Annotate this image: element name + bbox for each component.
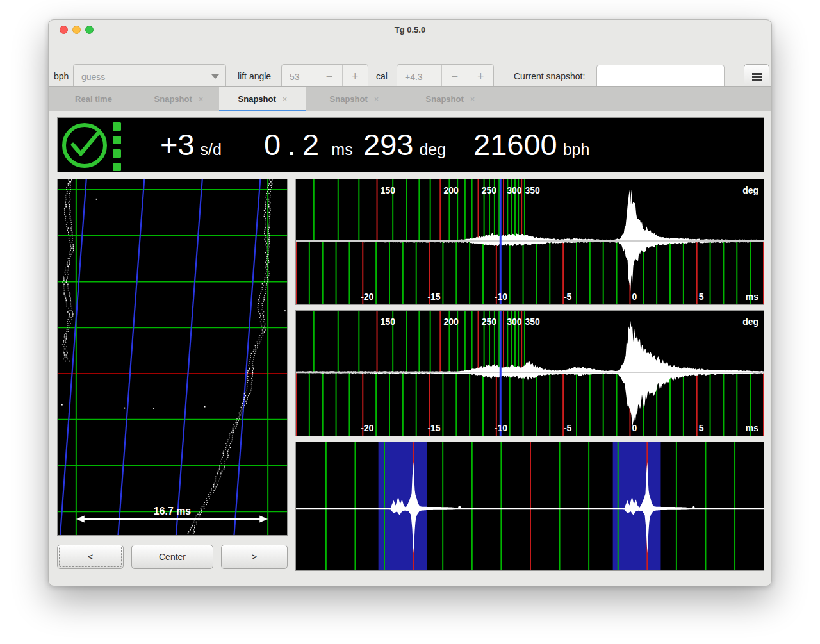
- rate-readout: +3 s/d: [160, 118, 222, 172]
- readout-bar: +3 s/d 0.2 ms 293 deg 21600 bph: [57, 117, 764, 172]
- beat-error-readout: 0.2 ms: [264, 118, 353, 172]
- tab-snapshot-2[interactable]: Snapshot×: [219, 87, 306, 111]
- svg-text:350: 350: [525, 317, 541, 327]
- tic-waveform-panel: 150200250300350deg-20-15-10-505ms: [295, 179, 764, 305]
- tab-close-icon[interactable]: ×: [199, 94, 204, 104]
- beat-error-value: 0.2: [264, 118, 325, 172]
- svg-text:5: 5: [699, 423, 704, 433]
- tab-label: Snapshot: [238, 94, 276, 104]
- tab-snapshot-4[interactable]: Snapshot×: [402, 87, 498, 111]
- toc-waveform-panel: 150200250300350deg-20-15-10-505ms: [295, 310, 764, 436]
- toc-waveform-plot: 150200250300350deg-20-15-10-505ms: [296, 311, 764, 436]
- cal-increment-button[interactable]: +: [468, 65, 493, 88]
- svg-text:-5: -5: [564, 292, 572, 302]
- current-snapshot-label: Current snapshot:: [514, 71, 585, 81]
- window-title: Tg 0.5.0: [49, 25, 771, 35]
- svg-text:5: 5: [699, 292, 704, 302]
- tab-real-time-0[interactable]: Real time: [49, 87, 138, 111]
- tab-label: Snapshot: [154, 94, 192, 104]
- svg-text:deg: deg: [742, 185, 758, 195]
- svg-text:ms: ms: [746, 423, 758, 433]
- app-window: Tg 0.5.0 bph guess lift angle 53 − + cal…: [48, 19, 772, 586]
- tab-label: Snapshot: [426, 94, 464, 104]
- lift-angle-increment-button[interactable]: +: [342, 65, 368, 88]
- svg-text:200: 200: [444, 185, 459, 195]
- combobox-dropdown-button[interactable]: [204, 65, 226, 88]
- svg-text:-20: -20: [361, 423, 373, 433]
- cal-value[interactable]: +4.3: [397, 65, 441, 88]
- svg-text:0: 0: [632, 292, 637, 302]
- svg-text:-5: -5: [564, 423, 572, 433]
- svg-text:-10: -10: [495, 423, 507, 433]
- rate-unit: s/d: [201, 140, 222, 159]
- lift-angle-value[interactable]: 53: [282, 65, 316, 88]
- bph-unit: bph: [563, 140, 590, 159]
- svg-text:ms: ms: [746, 292, 758, 302]
- tab-close-icon[interactable]: ×: [470, 94, 475, 104]
- lift-angle-decrement-button[interactable]: −: [316, 65, 341, 88]
- svg-text:250: 250: [482, 317, 497, 327]
- svg-text:350: 350: [525, 185, 541, 195]
- titlebar[interactable]: Tg 0.5.0: [49, 20, 771, 40]
- rate-value: +3: [160, 118, 195, 172]
- beat-interval-arrow: [76, 516, 268, 523]
- amplitude-value: 293: [363, 118, 413, 172]
- svg-text:-20: -20: [361, 292, 373, 302]
- current-snapshot-input[interactable]: [596, 65, 725, 88]
- cal-decrement-button[interactable]: −: [441, 65, 467, 88]
- lift-angle-label: lift angle: [238, 71, 271, 81]
- svg-text:deg: deg: [742, 317, 758, 327]
- tab-snapshot-1[interactable]: Snapshot×: [138, 87, 219, 111]
- paperstrip-panel: 16.7 ms: [57, 179, 288, 536]
- svg-text:-10: -10: [495, 292, 507, 302]
- clock-check-icon: [58, 118, 128, 173]
- beat-error-unit: ms: [331, 140, 352, 159]
- scroll-left-button[interactable]: <: [57, 545, 124, 569]
- svg-text:150: 150: [381, 317, 396, 327]
- bph-combobox-value: guess: [74, 72, 204, 82]
- bph-value: 21600: [473, 118, 557, 172]
- svg-text:150: 150: [381, 185, 396, 195]
- tab-label: Real time: [75, 94, 112, 104]
- beat-interval-label: 16.7 ms: [154, 506, 191, 516]
- svg-text:250: 250: [482, 185, 497, 195]
- svg-text:-15: -15: [427, 423, 440, 433]
- scroll-right-button[interactable]: >: [221, 545, 288, 569]
- tab-bar: Real timeSnapshot×Snapshot×Snapshot×Snap…: [49, 86, 771, 111]
- amplitude-readout: 293 deg: [363, 118, 446, 172]
- center-button[interactable]: Center: [131, 545, 213, 569]
- hamburger-menu-icon: [752, 76, 762, 78]
- svg-text:300: 300: [507, 317, 522, 327]
- cal-label: cal: [376, 71, 388, 81]
- amplitude-unit: deg: [419, 140, 446, 159]
- beat-detection-plot: [296, 442, 764, 570]
- tab-close-icon[interactable]: ×: [283, 94, 288, 104]
- tab-snapshot-3[interactable]: Snapshot×: [306, 87, 402, 111]
- chevron-down-icon: [211, 74, 219, 79]
- toolbar: bph guess lift angle 53 − + cal +4.3 − +…: [49, 40, 771, 85]
- svg-text:300: 300: [507, 185, 522, 195]
- beat-detection-panel: [295, 442, 764, 571]
- paperstrip-plot: 16.7 ms: [58, 179, 287, 535]
- tab-close-icon[interactable]: ×: [374, 94, 379, 104]
- bph-label: bph: [54, 71, 69, 81]
- svg-text:200: 200: [444, 317, 459, 327]
- tab-label: Snapshot: [330, 94, 368, 104]
- bph-readout: 21600 bph: [473, 118, 589, 172]
- svg-text:0: 0: [632, 423, 637, 433]
- svg-text:-15: -15: [427, 292, 440, 302]
- tic-waveform-plot: 150200250300350deg-20-15-10-505ms: [296, 179, 764, 304]
